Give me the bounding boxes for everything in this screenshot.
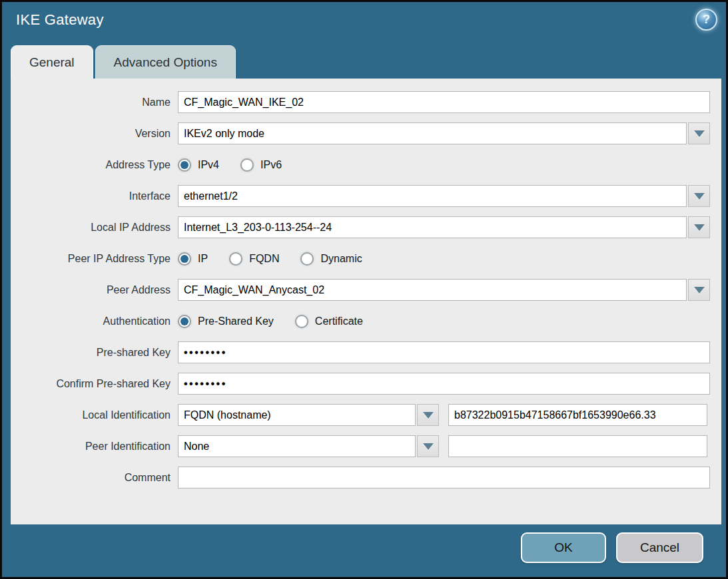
radio-option-pre-shared-key[interactable]: Pre-Shared Key xyxy=(178,315,274,328)
peer-address-select-value[interactable] xyxy=(178,279,687,301)
radio-icon xyxy=(178,315,191,328)
form-row-peer-address: Peer Address xyxy=(11,279,721,301)
local-ip-dropdown-button[interactable] xyxy=(688,216,710,238)
confirm-preshared-key-label: Confirm Pre-shared Key xyxy=(11,378,171,390)
ok-button[interactable]: OK xyxy=(521,532,606,563)
radio-label: IPv4 xyxy=(198,159,219,171)
version-select xyxy=(178,122,710,144)
version-label: Version xyxy=(11,128,171,140)
radio-label: FQDN xyxy=(249,253,279,265)
dialog-footer: OK Cancel xyxy=(521,532,703,563)
radio-option-dynamic[interactable]: Dynamic xyxy=(300,252,362,266)
radio-icon xyxy=(300,252,314,266)
address-type-radio-group: IPv4 IPv6 xyxy=(178,158,303,172)
authentication-radio-group: Pre-Shared Key Certificate xyxy=(178,315,384,328)
local-ip-label: Local IP Address xyxy=(11,222,171,234)
ike-gateway-dialog: IKE Gateway ? General Advanced Options N… xyxy=(0,0,728,579)
cancel-button[interactable]: Cancel xyxy=(616,532,703,563)
peer-identification-type-value[interactable] xyxy=(178,435,416,457)
peer-identification-dropdown-button[interactable] xyxy=(417,435,439,457)
name-input[interactable] xyxy=(178,91,710,113)
general-tab-panel: Name Version Address Type xyxy=(11,79,721,524)
peer-ip-type-radio-group: IP FQDN Dynamic xyxy=(178,252,384,266)
interface-dropdown-button[interactable] xyxy=(688,185,710,207)
radio-option-ipv4[interactable]: IPv4 xyxy=(178,158,219,172)
peer-identification-value-input[interactable] xyxy=(448,435,707,457)
peer-ip-type-label: Peer IP Address Type xyxy=(11,253,171,265)
form-row-interface: Interface xyxy=(11,185,721,207)
radio-icon xyxy=(178,158,191,172)
form-row-local-ip: Local IP Address xyxy=(11,216,721,238)
tab-general[interactable]: General xyxy=(11,45,93,79)
form-row-version: Version xyxy=(11,122,721,144)
radio-label: IP xyxy=(198,253,208,265)
peer-identification-select xyxy=(178,435,439,457)
tab-advanced-options-label: Advanced Options xyxy=(114,55,217,70)
chevron-down-icon xyxy=(694,193,705,200)
name-label: Name xyxy=(11,96,171,108)
form-row-preshared-key: Pre-shared Key xyxy=(11,341,721,363)
interface-select xyxy=(178,185,710,207)
tab-advanced-options[interactable]: Advanced Options xyxy=(95,45,236,79)
radio-label: Dynamic xyxy=(320,253,362,265)
form-row-address-type: Address Type IPv4 IPv6 xyxy=(11,154,721,176)
chevron-down-icon xyxy=(694,224,705,231)
radio-option-ipv6[interactable]: IPv6 xyxy=(240,158,282,172)
local-identification-type-value[interactable] xyxy=(178,404,416,426)
authentication-label: Authentication xyxy=(11,315,171,327)
version-dropdown-button[interactable] xyxy=(688,122,710,144)
form-row-confirm-preshared-key: Confirm Pre-shared Key xyxy=(11,373,721,395)
chevron-down-icon xyxy=(694,130,705,137)
local-identification-value-input[interactable] xyxy=(448,404,707,426)
peer-address-select xyxy=(178,279,710,301)
radio-icon xyxy=(240,158,254,172)
interface-select-value[interactable] xyxy=(178,185,687,207)
peer-address-dropdown-button[interactable] xyxy=(688,279,710,301)
radio-icon xyxy=(295,315,308,328)
radio-icon xyxy=(229,252,242,266)
local-ip-select xyxy=(178,216,710,238)
tab-general-label: General xyxy=(29,55,75,70)
confirm-preshared-key-input[interactable] xyxy=(178,373,710,395)
radio-option-fqdn[interactable]: FQDN xyxy=(229,252,279,266)
help-icon-glyph: ? xyxy=(703,13,710,27)
chevron-down-icon xyxy=(423,443,434,450)
comment-input[interactable] xyxy=(178,467,710,488)
chevron-down-icon xyxy=(423,412,434,419)
radio-icon xyxy=(178,252,191,266)
form-row-authentication: Authentication Pre-Shared Key Certificat… xyxy=(11,310,721,332)
tab-bar: General Advanced Options xyxy=(11,45,236,79)
address-type-label: Address Type xyxy=(11,159,171,171)
local-identification-dropdown-button[interactable] xyxy=(417,404,439,426)
peer-identification-label: Peer Identification xyxy=(11,441,171,453)
form-row-peer-identification: Peer Identification xyxy=(11,435,721,457)
local-identification-label: Local Identification xyxy=(11,409,171,421)
local-identification-select xyxy=(178,404,439,426)
interface-label: Interface xyxy=(11,190,171,202)
form-row-comment: Comment xyxy=(11,467,721,488)
dialog-title: IKE Gateway xyxy=(16,11,104,29)
comment-label: Comment xyxy=(11,472,171,484)
preshared-key-label: Pre-shared Key xyxy=(11,347,171,359)
form-row-local-identification: Local Identification xyxy=(11,404,721,426)
version-select-value[interactable] xyxy=(178,122,687,144)
preshared-key-input[interactable] xyxy=(178,341,710,363)
radio-label: Pre-Shared Key xyxy=(198,315,274,327)
form-row-name: Name xyxy=(11,91,721,113)
help-icon[interactable]: ? xyxy=(695,9,717,31)
radio-option-certificate[interactable]: Certificate xyxy=(295,315,363,328)
radio-label: IPv6 xyxy=(260,159,282,171)
radio-option-ip[interactable]: IP xyxy=(178,252,208,266)
radio-label: Certificate xyxy=(315,315,363,327)
form-row-peer-ip-type: Peer IP Address Type IP FQDN Dynamic xyxy=(11,248,721,270)
peer-address-label: Peer Address xyxy=(11,284,171,296)
chevron-down-icon xyxy=(694,287,705,293)
local-ip-select-value[interactable] xyxy=(178,216,687,238)
